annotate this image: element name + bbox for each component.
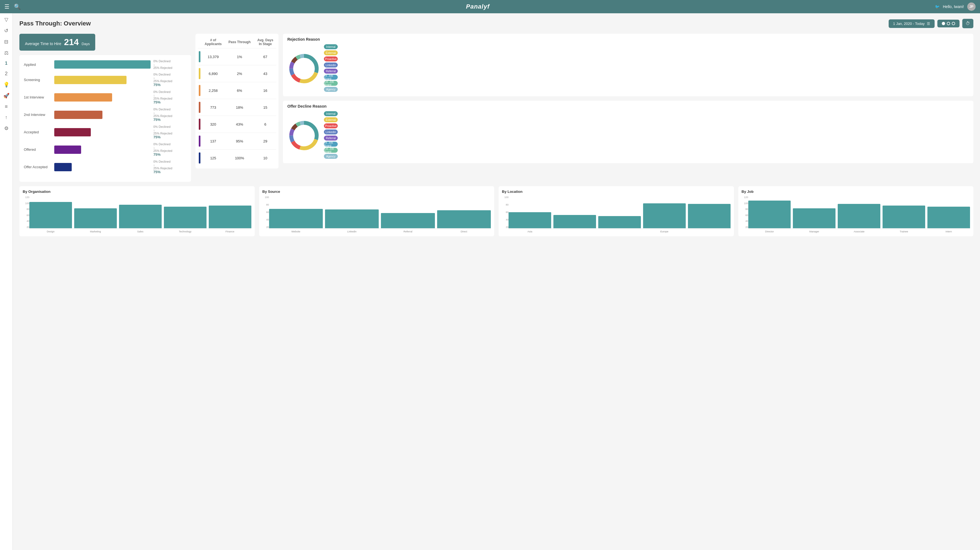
settings-icon[interactable]: ⚙ [4,125,9,132]
stage-stats-screening: 0% Declined ↓ 25% Rejected 75% [151,73,186,87]
label-loc-5 [688,230,730,233]
label-europe: Europe [643,230,686,233]
stage-bar-wrap-offer-accepted [54,163,151,171]
cell-pass-through: 6% [225,82,255,99]
view-toggle-button[interactable] [937,20,959,27]
rocket-icon[interactable]: 🚀 [3,93,10,99]
stage-bar-wrap-offered [54,146,151,154]
number-2-icon[interactable]: 2 [5,71,8,77]
filter-icon[interactable]: ▽ [5,17,8,23]
bottom-charts-row: By Organisation 120 100 80 60 40 20 [19,186,974,236]
stage-bar-wrap-1st-interview [54,93,151,101]
col-applicants: # ofApplicants [202,36,225,48]
bar-director [748,201,791,228]
scale-icon[interactable]: ⚖ [4,50,9,56]
stage-label-offer-accepted: Offer Accepted [24,165,54,169]
legend-item-external: External [324,50,338,55]
y-axis-source: 100 80 60 40 20 [262,196,269,229]
radio-2 [947,22,950,25]
page-header: Pass Through: Overview 1 Jan, 2020 - Tod… [19,19,974,28]
avg-time-unit: Days [82,42,90,46]
search-icon[interactable]: 🔍 [14,3,21,10]
by-organisation-chart-area: 120 100 80 60 40 20 [23,196,251,233]
bar-associate [838,204,880,228]
avg-time-box: Average Time to Hire 214 Days [19,34,95,51]
od-legend-color-ext-job-board: Ext. Job Board [324,148,338,153]
table-row: 13,379 1% 67 [198,48,276,65]
funnel-chart: Applied 0% Declined ↓ 25% Rejected Scree… [19,55,191,182]
number-1-icon[interactable]: 1 [5,61,8,66]
stats-table: # ofApplicants Pass Through Avg. DaysIn … [196,34,278,168]
cell-pass-through: 1% [225,48,255,65]
label-linkedin: Linkedin [325,230,379,233]
offer-decline-legend: Internal External Proactive Linkedin [324,111,338,160]
list-icon[interactable]: ≡ [5,104,8,109]
cell-pass-through: 95% [225,133,255,150]
bulb-icon[interactable]: 💡 [3,82,10,88]
stage-bar-accepted [54,128,91,136]
stage-bar-wrap-screening [54,76,151,84]
bar-fill-referral [381,213,434,228]
label-associate: Associate [838,230,880,233]
cell-avg-days: 43 [255,65,276,82]
funnel-row-screening: Screening 0% Declined ↓ 25% Rejected 75% [24,73,186,87]
radio-3 [952,22,955,25]
label-design: Design [29,230,72,233]
funnel-row-offer-accepted: Offer Accepted 0% Declined ↓ 25% Rejecte… [24,160,186,174]
od-legend-item-linkedin: Linkedin [324,130,338,135]
funnel-row-applied: Applied 0% Declined ↓ 25% Rejected [24,59,186,70]
label-asia: Asia [509,230,551,233]
stage-label-2nd-interview: 2nd Interview [24,113,54,117]
pipeline-table: # ofApplicants Pass Through Avg. DaysIn … [198,36,276,166]
table-row: 320 43% 6 [198,116,276,133]
date-range-button[interactable]: 1 Jan, 2020 - Today ☰ [889,19,935,28]
clock-button[interactable]: ⏱ [962,19,974,28]
od-legend-color-external: External [324,117,338,122]
bar-fill-loc-2 [554,215,596,228]
legend-color-linkedin: Linkedin [324,62,338,68]
bar-linkedin [325,209,379,228]
bar-website [269,209,323,228]
funnel-section: Average Time to Hire 214 Days Applied 0%… [19,34,191,182]
od-legend-item-ext-job-board: Ext. Job Board [324,148,338,153]
funnel-row-accepted: Accepted 0% Declined ↓ 25% Rejected 75% [24,125,186,139]
refresh-icon[interactable]: ↺ [4,28,8,34]
label-marketing: Marketing [74,230,117,233]
od-legend-item-referral: Referral [324,136,338,141]
avg-time-value: 214 [64,37,79,47]
stage-bar-wrap-accepted [54,128,151,136]
bar-fill-technology [164,207,207,228]
upload-icon[interactable]: ↑ [5,114,8,120]
od-legend-item-int-job-board: Int. Job Board [324,142,338,147]
legend-item-ext-job-board: Ext. Job Board [324,81,338,86]
rejection-donut-chart [287,52,321,85]
hamburger-icon[interactable]: ☰ [5,3,10,10]
label-sales: Sales [119,230,162,233]
od-legend-item-proactive: Proactive [324,124,338,128]
org-labels: Design Marketing Sales Technology Financ… [29,230,251,233]
legend-color-internal: Internal [324,44,338,49]
location-bars-area: Asia Europe [509,196,730,233]
stage-label-applied: Applied [24,62,54,67]
bar-manager [793,208,835,228]
svg-point-8 [295,60,313,78]
bar-fill-direct [437,210,491,228]
y-axis-location: 100 80 60 40 20 [502,196,509,229]
legend-color-proactive: Proactive [324,56,338,62]
by-job-chart: By Job 120 100 80 60 40 20 [738,186,974,236]
label-technology: Technology [164,230,207,233]
cell-pass-through: 18% [225,99,255,116]
user-avatar[interactable]: JP [967,3,975,11]
layers-icon[interactable]: ⊟ [4,39,8,45]
label-loc-2 [554,230,596,233]
nav-right: 🐦 Hello, Iwani! JP [935,3,975,11]
label-loc-3 [598,230,641,233]
by-location-chart-area: 100 80 60 40 20 [502,196,730,233]
legend-item-agency: Agency [324,87,338,92]
od-legend-color-proactive: Proactive [324,124,338,128]
col-pass-through: Pass Through [225,36,255,48]
rejection-donut-row: Internal External Proactive Linkedin [287,44,969,93]
menu-lines-icon: ☰ [927,22,930,26]
legend-color-referral: Referral [324,69,338,74]
bar-marketing [74,208,117,228]
